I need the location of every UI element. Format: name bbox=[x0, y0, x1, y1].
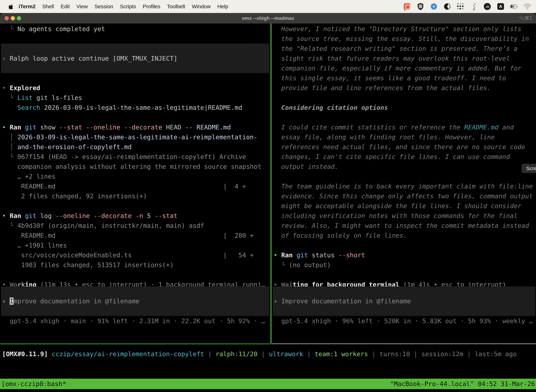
session-status-left: gpt-5.4 xhigh · main · 91% left · 2.31M … bbox=[2, 316, 265, 326]
menu-session[interactable]: Session bbox=[91, 4, 117, 9]
session-status-right: gpt-5.4 xhigh · 96% left · 520K in · 5.8… bbox=[274, 316, 533, 326]
menu-toolbelt[interactable]: Toolbelt bbox=[164, 4, 188, 9]
hook-icon[interactable] bbox=[470, 2, 478, 10]
terminal-line: │ 2026-03-09-is-legal-the-same-as-legiti… bbox=[2, 132, 258, 142]
window-shortcut-badge: ⌥⌘1 bbox=[519, 13, 532, 23]
terminal-line: might be acceptable alongside the file l… bbox=[274, 201, 522, 211]
terminal-line: 2 files changed, 92 insertions(+) bbox=[2, 191, 147, 201]
terminal-line: Search 2026-03-09-is-legal-the-same-as-l… bbox=[2, 103, 242, 112]
terminal-line: README.md | 280 + bbox=[2, 231, 254, 240]
terminal-line: › Ralph loop active continue [OMX_TMUX_I… bbox=[2, 54, 177, 63]
window-titlebar[interactable]: omx --xhigh --madmax ⌥⌘1 bbox=[0, 13, 536, 23]
kaleidoscope-icon[interactable] bbox=[443, 2, 451, 10]
keyboard-layout-icon[interactable]: A bbox=[497, 2, 505, 10]
prompt-input-left[interactable]: › Improve documentation in @filename bbox=[2, 296, 139, 306]
tmux-session-label[interactable]: [omx-cczip0:bash* bbox=[1, 379, 66, 389]
menu-edit[interactable]: Edit bbox=[57, 4, 73, 9]
menubar: iTerm2 Shell Edit View Session Scripts P… bbox=[0, 0, 536, 13]
terminal-line: changes, I can't cite specific file line… bbox=[274, 152, 510, 162]
terminal-line: However, I noticed the "Directory Struct… bbox=[274, 24, 522, 34]
omx-status-bar: [OMX#0.11.9] cczip/essay/ai-reimplementa… bbox=[2, 349, 517, 359]
terminal-line: essay file, along with finding root file… bbox=[274, 132, 495, 142]
terminal-line: src/voice/voiceModeEnabled.ts | 54 + bbox=[2, 250, 254, 260]
terminal-line: provide file and line references from th… bbox=[274, 83, 491, 93]
terminal-line: 1903 files changed, 513517 insertions(+) bbox=[2, 260, 174, 270]
terminal-line: the source tree, missing the essay. Stil… bbox=[274, 34, 529, 44]
blue-badge-icon[interactable] bbox=[430, 2, 438, 10]
terminal-line: companion analysis without altering the … bbox=[2, 162, 261, 172]
menu-scripts[interactable]: Scripts bbox=[117, 4, 139, 9]
tmux-host-clock: "MacBook-Pro-44.local" 04:52 31-Mar-26 bbox=[390, 379, 535, 389]
chat-icon[interactable] bbox=[403, 2, 411, 10]
terminal-line: Considering citation options bbox=[274, 103, 388, 112]
terminal-line: └ No agents completed yet bbox=[2, 24, 105, 34]
terminal-line: • Ran git show --stat --oneline --decora… bbox=[2, 122, 231, 132]
count-badge-label: ..61 bbox=[484, 3, 491, 10]
iterm2-window: omx --xhigh --madmax ⌥⌘1 └ No agents com… bbox=[0, 13, 536, 392]
terminal-line: └ (no output) bbox=[274, 260, 331, 270]
dots-grid-icon[interactable] bbox=[456, 2, 464, 10]
menu-profiles[interactable]: Profiles bbox=[139, 4, 163, 9]
menu-help[interactable]: Help bbox=[214, 4, 232, 9]
terminal-line: of focusing solely on file lines. bbox=[274, 231, 407, 240]
terminal-line: references need actual files, and since … bbox=[274, 142, 525, 152]
terminal-line: evidence. Since this change only affects… bbox=[274, 191, 533, 201]
prompt-input-right[interactable]: › Improve documentation in @filename bbox=[274, 296, 411, 306]
menu-iterm2[interactable]: iTerm2 bbox=[15, 4, 39, 9]
menu-shell[interactable]: Shell bbox=[39, 4, 57, 9]
terminal-line: … +2 lines bbox=[2, 172, 55, 182]
menu-view[interactable]: View bbox=[73, 4, 91, 9]
screen-tooltip: Scre bbox=[522, 164, 536, 173]
apple-menu-icon[interactable] bbox=[9, 4, 14, 9]
inactive-pane-border bbox=[272, 344, 536, 344]
terminal-line: slight risk that future readers may over… bbox=[274, 54, 510, 63]
menubar-status-icons: ..61 A bbox=[403, 2, 536, 10]
terminal-line: • Ran git status --short bbox=[274, 250, 365, 260]
terminal-line: including verification notes with those … bbox=[274, 211, 517, 221]
terminal-pane-left[interactable]: └ No agents completed yet› Ralph loop ac… bbox=[0, 23, 270, 356]
terminal-line: └ List git ls-files bbox=[2, 93, 82, 103]
tmux-status-bar: [omx-cczip0:bash* "MacBook-Pro-44.local"… bbox=[0, 379, 536, 389]
terminal-line: review. Also, I might want to inspect th… bbox=[274, 221, 529, 231]
menu-window[interactable]: Window bbox=[188, 4, 214, 9]
terminal-line: │ and-the-erosion-of-copyleft.md bbox=[2, 142, 132, 152]
pane-divider[interactable] bbox=[270, 23, 272, 344]
terminal-line: companion file, especially if more comme… bbox=[274, 63, 522, 73]
terminal-line: • Explored bbox=[2, 83, 40, 93]
terminal-line: … +1901 lines bbox=[2, 240, 67, 250]
count-badge-icon[interactable]: ..61 bbox=[483, 2, 491, 10]
terminal-line: this single essay, it seems like a good … bbox=[274, 73, 506, 83]
window-title: omx --xhigh --madmax bbox=[0, 13, 536, 23]
terminal-line: • Ran git log --oneline --decorate -n 5 … bbox=[2, 211, 177, 221]
terminal-line: The team guideline is to back every impo… bbox=[274, 182, 533, 191]
wifi-icon[interactable] bbox=[523, 2, 531, 10]
terminal-line: └ 4b9d30f (origin/main, instructkr/main,… bbox=[2, 221, 204, 231]
shield-grid-icon[interactable] bbox=[416, 2, 425, 10]
terminal-line: output instead. bbox=[274, 162, 338, 172]
active-pane-border bbox=[0, 344, 270, 344]
terminal-line: the "Related research writing" section i… bbox=[274, 44, 517, 54]
terminal-line: I could cite commit statistics or refere… bbox=[274, 122, 514, 132]
terminal-pane-right[interactable]: However, I noticed the "Directory Struct… bbox=[272, 23, 536, 356]
battery-icon[interactable] bbox=[510, 2, 518, 10]
terminal-line: └ 067f154 (HEAD -> essay/ai-reimplementa… bbox=[2, 152, 246, 162]
terminal-line: README.md | 4 + bbox=[2, 182, 246, 191]
keyboard-layout-label: A bbox=[497, 3, 504, 10]
